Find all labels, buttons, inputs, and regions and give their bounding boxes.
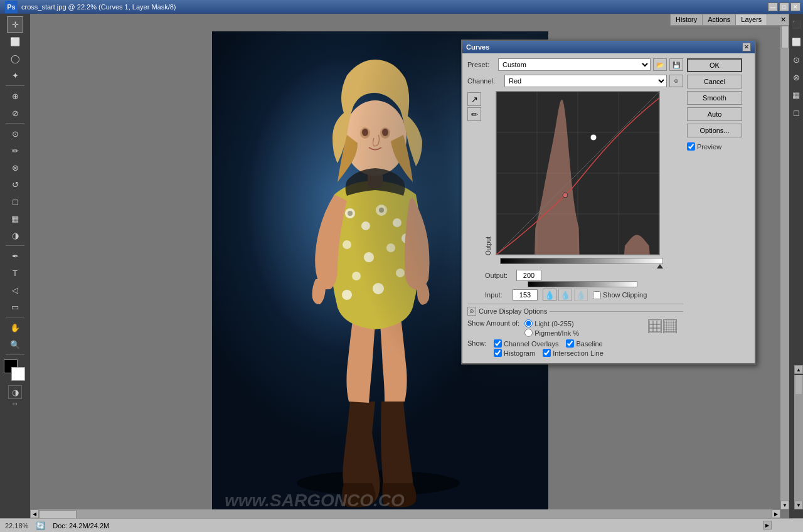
dialog-close-btn[interactable]: ✕ bbox=[742, 43, 751, 51]
smooth-button[interactable]: Smooth bbox=[687, 91, 742, 105]
right-tool-2[interactable]: ⬜ bbox=[788, 34, 803, 50]
curve-pencil-btn[interactable]: ✏ bbox=[467, 107, 481, 121]
preset-save-btn[interactable]: 💾 bbox=[669, 58, 683, 71]
intersection-checkbox[interactable] bbox=[543, 349, 551, 357]
radio-pigment-input[interactable] bbox=[524, 329, 533, 337]
scroll-track-h bbox=[39, 509, 772, 518]
grid-4x4-btn[interactable] bbox=[648, 319, 662, 333]
preview-check[interactable]: Preview bbox=[687, 142, 750, 151]
options-button[interactable]: Options... bbox=[687, 124, 742, 137]
channel-icon-btn[interactable]: ⊕ bbox=[669, 75, 683, 87]
title-bar: Ps cross_start.jpg @ 22.2% (Curves 1, La… bbox=[0, 0, 803, 14]
radio-light[interactable]: Light (0-255) bbox=[524, 319, 579, 327]
tool-clone[interactable]: ⊗ bbox=[7, 159, 23, 176]
toolbar-divider-5 bbox=[6, 354, 24, 355]
screen-mode-btn[interactable]: ▭ bbox=[8, 400, 22, 407]
input-value-input[interactable] bbox=[513, 289, 538, 301]
status-bar: 22.18% 🔄 Doc: 24.2M/24.2M ▶ bbox=[0, 518, 803, 532]
right-tool-1[interactable]: ⬛ bbox=[788, 16, 803, 33]
tool-zoom[interactable]: 🔍 bbox=[7, 336, 23, 353]
dialog-right-panel: OK Cancel Smooth Auto Options... Preview bbox=[687, 58, 750, 358]
expand-display-btn[interactable]: ⊙ bbox=[467, 307, 476, 316]
radio-light-input[interactable] bbox=[524, 319, 533, 327]
cancel-button[interactable]: Cancel bbox=[687, 75, 742, 88]
tool-marquee-rect[interactable]: ⬜ bbox=[7, 33, 23, 50]
tool-path-select[interactable]: ◁ bbox=[7, 282, 23, 298]
canvas-scrollbar-v[interactable]: ▲ ▼ bbox=[780, 14, 789, 509]
background-color[interactable] bbox=[11, 367, 25, 381]
right-tool-4[interactable]: ⊗ bbox=[788, 69, 803, 85]
radio-pigment[interactable]: Pigment/Ink % bbox=[524, 329, 579, 337]
status-doc-icon: 🔄 bbox=[36, 521, 45, 530]
close-button[interactable]: ✕ bbox=[790, 3, 800, 11]
preset-load-btn[interactable]: 📂 bbox=[653, 58, 667, 71]
scroll-thumb-v[interactable] bbox=[781, 23, 789, 48]
eyedropper-white-btn[interactable]: 💧 bbox=[574, 289, 588, 301]
tool-text[interactable]: T bbox=[7, 265, 23, 281]
curve-display-section: ⊙ Curve Display Options Show Amount of: … bbox=[467, 304, 683, 357]
ok-button[interactable]: OK bbox=[687, 58, 742, 72]
quick-mask-btn[interactable]: ◑ bbox=[8, 385, 22, 399]
histogram-checkbox[interactable] bbox=[494, 349, 502, 357]
channel-select[interactable]: RGB Red Green Blue bbox=[504, 75, 667, 87]
scroll-down[interactable]: ▼ bbox=[794, 501, 803, 509]
curve-draw-btn[interactable]: ↗ bbox=[467, 92, 481, 106]
right-tool-3[interactable]: ⊙ bbox=[788, 51, 803, 68]
input-field-label: Input: bbox=[485, 291, 508, 299]
tool-dodge[interactable]: ◑ bbox=[7, 227, 23, 243]
scroll-right-arrow[interactable]: ▶ bbox=[772, 509, 780, 518]
check-intersection[interactable]: Intersection Line bbox=[543, 349, 604, 357]
eyedropper-gray-btn[interactable]: 💧 bbox=[558, 289, 572, 301]
check-channel-overlays[interactable]: Channel Overlays bbox=[494, 339, 558, 348]
tab-history[interactable]: History bbox=[671, 14, 703, 25]
panel-tabs: History Actions Layers ✕ bbox=[671, 14, 789, 26]
grid-buttons bbox=[648, 319, 683, 333]
show-label: Show: bbox=[467, 339, 489, 347]
tool-hand[interactable]: ✋ bbox=[7, 319, 23, 336]
toolbar-divider-3 bbox=[6, 245, 24, 246]
output-value-input[interactable] bbox=[516, 270, 541, 281]
canvas-scrollbar-h[interactable]: ◀ ▶ bbox=[30, 509, 780, 518]
baseline-checkbox[interactable] bbox=[566, 339, 574, 348]
minimize-button[interactable]: — bbox=[768, 3, 778, 11]
preview-checkbox[interactable] bbox=[687, 142, 695, 151]
scroll-thumb[interactable] bbox=[795, 375, 802, 394]
tool-history-brush[interactable]: ↺ bbox=[7, 176, 23, 193]
curve-graph[interactable] bbox=[496, 91, 660, 255]
output-gradient-bar bbox=[500, 258, 663, 264]
tab-layers[interactable]: Layers bbox=[736, 14, 767, 25]
tool-magic-wand[interactable]: ✦ bbox=[7, 67, 23, 83]
check-baseline[interactable]: Baseline bbox=[566, 339, 602, 348]
show-clipping-label[interactable]: Show Clipping bbox=[593, 291, 647, 299]
tool-shape[interactable]: ▭ bbox=[7, 299, 23, 315]
panel-close-btn[interactable]: ✕ bbox=[778, 14, 789, 25]
scroll-left-arrow[interactable]: ◀ bbox=[30, 509, 39, 518]
preset-select[interactable]: Custom bbox=[498, 58, 651, 71]
status-scroll-right[interactable]: ▶ bbox=[763, 521, 772, 529]
scroll-track bbox=[794, 375, 803, 501]
scroll-up[interactable]: ▲ bbox=[794, 365, 803, 374]
tool-gradient[interactable]: ▦ bbox=[7, 210, 23, 226]
tool-lasso[interactable]: ◯ bbox=[7, 50, 23, 66]
auto-button[interactable]: Auto bbox=[687, 107, 742, 121]
right-tool-5[interactable]: ▦ bbox=[788, 87, 803, 103]
tool-move[interactable]: ✛ bbox=[7, 16, 23, 33]
title-bar-buttons[interactable]: — □ ✕ bbox=[768, 3, 800, 11]
tool-brush[interactable]: ✏ bbox=[7, 142, 23, 159]
right-tool-6[interactable]: ◻ bbox=[788, 104, 803, 120]
tool-eyedropper[interactable]: ⊘ bbox=[7, 105, 23, 121]
tab-actions[interactable]: Actions bbox=[703, 14, 736, 25]
eyedropper-black-btn[interactable]: 💧 bbox=[543, 289, 556, 301]
maximize-button[interactable]: □ bbox=[779, 3, 789, 11]
channel-overlays-checkbox[interactable] bbox=[494, 339, 502, 348]
tool-eraser[interactable]: ◻ bbox=[7, 193, 23, 210]
input-gradient-bar bbox=[528, 281, 637, 287]
tool-pen[interactable]: ✒ bbox=[7, 248, 23, 264]
grid-10x10-btn[interactable] bbox=[663, 319, 677, 333]
scroll-down-arrow[interactable]: ▼ bbox=[780, 501, 789, 509]
scroll-thumb-h[interactable] bbox=[39, 510, 77, 518]
show-clipping-checkbox[interactable] bbox=[593, 291, 601, 299]
tool-crop[interactable]: ⊕ bbox=[7, 88, 23, 104]
check-histogram[interactable]: Histogram bbox=[494, 349, 535, 357]
tool-spot-heal[interactable]: ⊙ bbox=[7, 125, 23, 142]
